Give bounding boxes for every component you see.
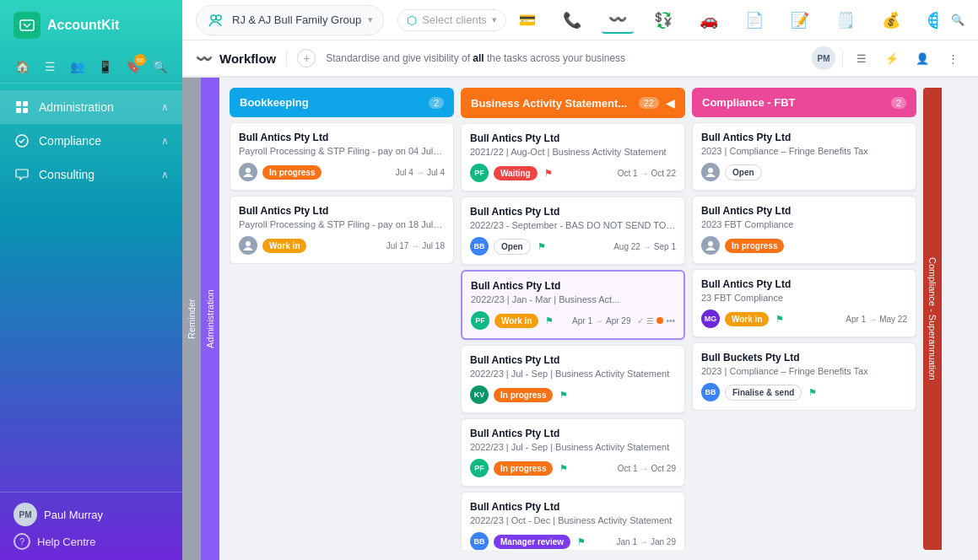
sidebar-help[interactable]: ? Help Centre: [14, 533, 169, 550]
card-bas6[interactable]: Bull Antics Pty Ltd 2022/23 | Oct - Dec …: [461, 492, 685, 550]
group-selector[interactable]: RJ & AJ Bull Family Group ▾: [196, 5, 384, 35]
compliance-icon: [14, 132, 30, 149]
card-bk1[interactable]: Bull Antics Pty Ltd Payroll Processing &…: [230, 122, 454, 191]
card-bas6-flag: ⚑: [577, 536, 586, 547]
card-bas6-avatar: BB: [470, 532, 489, 550]
card-bas4[interactable]: Bull Antics Pty Ltd 2022/23 | Jul - Sep …: [461, 345, 685, 413]
compliance-super-container: Compliance - Superannuation: [923, 88, 942, 550]
user-filter-button[interactable]: 👤: [910, 46, 934, 70]
nav-search-icon[interactable]: 🔍: [151, 57, 169, 76]
admin-label[interactable]: Administration: [201, 78, 219, 560]
card-fbt1[interactable]: Bull Antics Pty Ltd 2023 | Compliance – …: [692, 122, 916, 191]
icon-workflow[interactable]: 〰️: [602, 7, 634, 34]
svg-rect-1: [16, 101, 21, 106]
sidebar-item-administration[interactable]: Administration ∧: [0, 90, 182, 124]
fbt-cards: Bull Antics Pty Ltd 2023 | Compliance – …: [692, 122, 916, 411]
card-bk2[interactable]: Bull Antics Pty Ltd Payroll Processing &…: [230, 196, 454, 264]
administration-icon: [14, 99, 30, 116]
sidebar-item-compliance[interactable]: Compliance ∧: [0, 124, 182, 158]
card-bas2[interactable]: Bull Antics Pty Ltd 2022/23 - September …: [461, 197, 685, 265]
card-bas4-flag: ⚑: [559, 390, 568, 401]
card-bas5[interactable]: Bull Antics Pty Ltd 2022/23 | Jul - Sep …: [461, 418, 685, 487]
card-bas2-flag: ⚑: [538, 241, 546, 252]
card-fbt1-avatar: [701, 163, 720, 181]
feature-icons: 🏠 👤 📋 ✏️ 💳 📞 〰️ 💱 🚗 📄 📝 🗒️ 💰 🌐 🪙 ⊞ 📊 💬: [520, 2, 937, 39]
svg-point-7: [216, 15, 221, 20]
card-fbt3-dates: Apr 1 → May 22: [846, 315, 907, 324]
icon-tree[interactable]: 🌐: [921, 8, 937, 33]
col-title-fbt: Compliance - FBT: [702, 96, 884, 109]
list-view-button[interactable]: ☰: [850, 46, 873, 70]
icon-edit[interactable]: 📝: [784, 8, 816, 33]
card-fbt3-avatar: MG: [701, 310, 720, 328]
col-count-bookkeeping: 2: [429, 97, 444, 109]
sidebar-header: AccountKit: [0, 0, 182, 51]
card-bk2-footer: Work in Jul 17 → Jul 18: [239, 236, 445, 255]
add-workflow-button[interactable]: +: [297, 49, 316, 67]
filter-button[interactable]: ⚡: [880, 46, 904, 70]
client-selector[interactable]: ⬡ Select clients ▾: [397, 9, 506, 31]
bookkeeping-cards: Bull Antics Pty Ltd Payroll Processing &…: [230, 122, 454, 264]
nav-mobile-icon[interactable]: 📱: [96, 57, 114, 76]
card-bas3[interactable]: Bull Antics Pty Ltd 2022/23 | Jan - Mar …: [461, 270, 685, 340]
icon-dollar[interactable]: 💰: [875, 8, 907, 33]
svg-point-6: [211, 15, 216, 20]
bas-cards: Bull Antics Pty Ltd 2021/22 | Aug-Oct | …: [461, 123, 685, 550]
kanban-board: Bookkeeping 2 Bull Antics Pty Ltd Payrol…: [219, 78, 978, 560]
toolbar-actions: PM ☰ ⚡ 👤 ⋮: [812, 46, 964, 70]
client-placeholder: Select clients: [422, 13, 487, 26]
toolbar-divider: [286, 50, 287, 67]
card-fbt2[interactable]: Bull Antics Pty Ltd 2023 FBT Compliance …: [692, 196, 916, 264]
workflow-title: Workflow: [219, 51, 276, 66]
consulting-icon: [14, 166, 30, 183]
nav-bookmark-icon[interactable]: 🔖 66: [124, 57, 142, 76]
icon-list[interactable]: 📄: [738, 8, 770, 33]
main-content: RJ & AJ Bull Family Group ▾ ⬡ Select cli…: [182, 0, 978, 560]
card-bas5-dates: Oct 1 → Oct 29: [618, 464, 676, 473]
toolbar-title-group: 〰️ Workflow: [196, 51, 276, 67]
card-bas4-badge: In progress: [494, 388, 553, 402]
search-button[interactable]: 🔍: [951, 13, 964, 26]
icon-transactions[interactable]: 💱: [647, 8, 679, 33]
col-count-fbt: 2: [891, 97, 906, 109]
icon-phone[interactable]: 📞: [556, 8, 588, 33]
more-options-button[interactable]: ⋮: [941, 46, 964, 70]
group-icon: [207, 11, 225, 30]
nav-list-icon[interactable]: ☰: [41, 57, 59, 76]
card-bas5-title: Bull Antics Pty Ltd: [470, 428, 676, 439]
card-bas2-footer: BB Open ⚑ Aug 22 → Sep 1: [470, 237, 676, 256]
card-bk1-badge: In progress: [262, 165, 321, 180]
svg-point-10: [708, 168, 713, 173]
sidebar: AccountKit 🏠 ☰ 👥 📱 🔖 66 🔍 Administration: [0, 0, 182, 560]
more-icon: •••: [666, 316, 675, 326]
sidebar-nav-icons: 🏠 ☰ 👥 📱 🔖 66 🔍: [0, 51, 182, 83]
card-bas6-badge: Manager review: [494, 535, 570, 549]
compliance-chevron: ∧: [161, 135, 169, 147]
card-bas3-subtitle: 2022/23 | Jan - Mar | Business Act...: [471, 294, 675, 304]
col-arrow-bas[interactable]: ◀: [666, 96, 675, 110]
sidebar-user[interactable]: PM Paul Murray: [14, 503, 169, 526]
icon-car[interactable]: 🚗: [693, 8, 725, 33]
card-bas1-flag: ⚑: [544, 168, 553, 179]
card-fbt4[interactable]: Bull Buckets Pty Ltd 2023 | Compliance –…: [692, 342, 916, 411]
compliance-super-label[interactable]: Compliance - Superannuation: [923, 88, 942, 550]
nav-home-icon[interactable]: 🏠: [14, 57, 31, 76]
reminder-label[interactable]: Reminder: [182, 78, 201, 560]
card-bk1-avatar: [239, 163, 257, 181]
client-chevron-icon: ▾: [492, 14, 497, 25]
consulting-chevron: ∧: [161, 169, 169, 180]
administration-chevron: ∧: [161, 101, 169, 113]
card-bas1[interactable]: Bull Antics Pty Ltd 2021/22 | Aug-Oct | …: [461, 123, 685, 191]
list-icon: ☰: [646, 316, 654, 326]
app-name: AccountKit: [47, 18, 119, 33]
side-labels: Reminder Administration: [182, 78, 219, 560]
card-bas3-flag: ⚑: [545, 315, 554, 326]
card-fbt3[interactable]: Bull Antics Pty Ltd 23 FBT Compliance MG…: [692, 269, 916, 337]
icon-doc[interactable]: 🗒️: [829, 8, 862, 33]
sidebar-item-consulting[interactable]: Consulting ∧: [0, 158, 182, 191]
nav-people-icon[interactable]: 👥: [68, 57, 86, 76]
icon-wallet[interactable]: 💳: [520, 8, 543, 33]
card-bas5-avatar: PF: [470, 459, 489, 477]
card-fbt4-footer: BB Finalise & send ⚑: [701, 383, 907, 401]
card-fbt1-badge: Open: [725, 164, 762, 180]
